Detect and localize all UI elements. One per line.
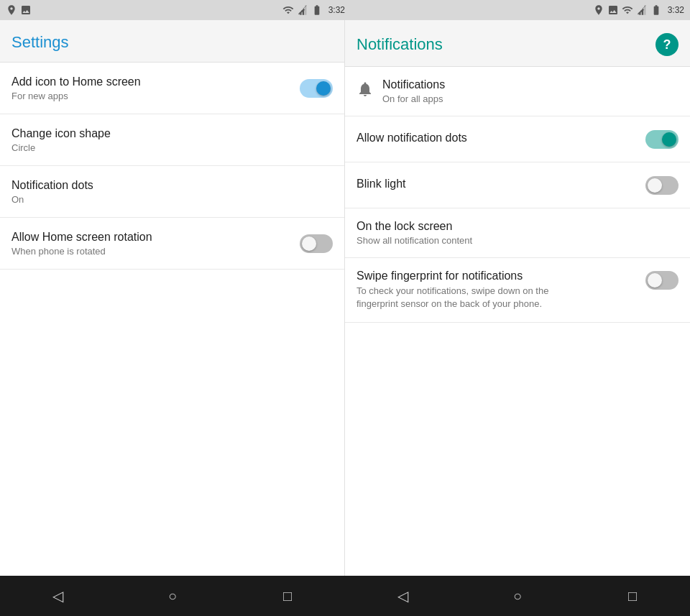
main-content: Settings Add icon to Home screen For new… (0, 20, 690, 576)
notifications-title: Notifications (356, 35, 443, 54)
notif-row-blink-light[interactable]: Blink light (345, 162, 690, 208)
left-status-icons (6, 4, 32, 16)
recent-button-left[interactable]: □ (272, 580, 303, 612)
right-header: Notifications ? (345, 20, 690, 67)
settings-item-icon-shape-title: Change icon shape (12, 127, 333, 140)
notif-row-lock-screen-subtitle: Show all notification content (356, 235, 678, 246)
settings-item-rotation[interactable]: Allow Home screen rotation When phone is… (0, 218, 344, 270)
notif-top-item[interactable]: Notifications On for all apps (345, 67, 690, 116)
notif-row-fingerprint-title: Swipe fingerprint for notifications (356, 270, 645, 282)
help-icon: ? (663, 37, 671, 52)
bell-icon (356, 81, 374, 102)
nav-bar-right: ◁ ○ □ (345, 580, 690, 612)
nav-bar: ◁ ○ □ ◁ ○ □ (0, 576, 690, 616)
settings-title: Settings (12, 33, 69, 51)
status-bar: 3:32 3:32 (0, 0, 690, 20)
notif-row-lock-screen[interactable]: On the lock screen Show all notification… (345, 208, 690, 258)
settings-item-icon-shape[interactable]: Change icon shape Circle (0, 114, 344, 166)
settings-item-add-icon-subtitle: For new apps (12, 91, 300, 101)
notif-row-fingerprint-text: Swipe fingerprint for notifications To c… (356, 270, 645, 311)
settings-item-icon-shape-text: Change icon shape Circle (12, 127, 333, 153)
settings-item-icon-shape-subtitle: Circle (12, 142, 333, 153)
notif-row-lock-screen-text: On the lock screen Show all notification… (356, 220, 678, 246)
allow-dots-toggle[interactable] (645, 130, 678, 149)
left-panel: Settings Add icon to Home screen For new… (0, 20, 345, 576)
blink-light-toggle-thumb (648, 178, 662, 193)
notif-row-fingerprint[interactable]: Swipe fingerprint for notifications To c… (345, 258, 690, 323)
add-icon-toggle-thumb (316, 81, 331, 96)
notif-row-allow-dots-text: Allow notification dots (356, 132, 645, 147)
settings-item-notif-dots-text: Notification dots On (12, 179, 333, 205)
back-button-right[interactable]: ◁ (387, 580, 418, 612)
settings-list: Add icon to Home screen For new apps Cha… (0, 63, 344, 576)
rotation-toggle[interactable] (300, 234, 333, 253)
left-time: 3:32 (328, 5, 345, 15)
settings-item-notif-dots[interactable]: Notification dots On (0, 166, 344, 218)
notif-top-text: Notifications On for all apps (382, 78, 445, 104)
status-bar-left: 3:32 (6, 4, 345, 16)
back-button-left[interactable]: ◁ (42, 580, 73, 612)
notif-top-subtitle: On for all apps (382, 93, 445, 104)
help-button[interactable]: ? (656, 33, 678, 56)
right-time: 3:32 (668, 5, 684, 15)
allow-dots-toggle-thumb (662, 132, 676, 147)
nav-bar-left: ◁ ○ □ (0, 580, 345, 612)
settings-item-add-icon-text: Add icon to Home screen For new apps (12, 75, 300, 101)
settings-item-add-icon-title: Add icon to Home screen (12, 75, 300, 88)
notif-row-blink-light-title: Blink light (356, 178, 645, 190)
rotation-toggle-thumb (302, 236, 316, 251)
right-panel: Notifications ? Notifications On for all… (345, 20, 690, 576)
settings-item-add-icon[interactable]: Add icon to Home screen For new apps (0, 63, 344, 114)
home-button-left[interactable]: ○ (157, 580, 188, 612)
notif-top-title: Notifications (382, 78, 445, 91)
blink-light-toggle[interactable] (645, 176, 678, 195)
settings-item-rotation-subtitle: When phone is rotated (12, 246, 300, 257)
settings-item-notif-dots-subtitle: On (12, 194, 333, 205)
notif-row-lock-screen-title: On the lock screen (356, 220, 678, 233)
settings-item-notif-dots-title: Notification dots (12, 179, 333, 192)
status-bar-right: 3:32 (345, 4, 684, 16)
fingerprint-toggle-thumb (648, 273, 662, 288)
recent-button-right[interactable]: □ (617, 580, 648, 612)
notif-row-allow-dots[interactable]: Allow notification dots (345, 116, 690, 162)
notif-row-fingerprint-subtitle: To check your notifications, swipe down … (356, 285, 558, 311)
notif-row-allow-dots-title: Allow notification dots (356, 132, 645, 144)
fingerprint-toggle[interactable] (645, 271, 678, 290)
notif-row-blink-light-text: Blink light (356, 178, 645, 193)
notif-top-item-left: Notifications On for all apps (356, 78, 445, 104)
notifications-list: Notifications On for all apps Allow noti… (345, 67, 690, 576)
home-button-right[interactable]: ○ (502, 580, 533, 612)
add-icon-toggle[interactable] (300, 79, 333, 98)
settings-item-rotation-title: Allow Home screen rotation (12, 231, 300, 244)
settings-item-rotation-text: Allow Home screen rotation When phone is… (12, 231, 300, 257)
left-header: Settings (0, 20, 344, 63)
